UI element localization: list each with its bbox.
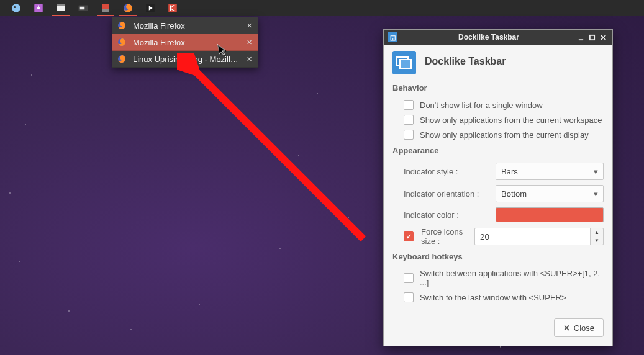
- taskbar-panel: [0, 0, 644, 16]
- close-icon[interactable]: ✕: [245, 55, 253, 63]
- label-indicator-orientation: Indicator orientation :: [404, 189, 488, 199]
- annotation-arrow: [177, 53, 376, 251]
- close-button[interactable]: ✕ Close: [554, 318, 604, 337]
- label-switch-super-num: Switch between applications with <SUPER>…: [420, 269, 604, 287]
- download-icon[interactable]: [27, 0, 50, 16]
- firefox-icon[interactable]: [117, 0, 139, 16]
- close-icon[interactable]: ✕: [245, 21, 253, 30]
- maximize-button[interactable]: [586, 32, 597, 42]
- checkbox-switch-super[interactable]: [404, 292, 414, 302]
- window-list-item[interactable]: Mozilla Firefox ✕: [112, 34, 258, 51]
- window-title: Docklike Taskbar: [402, 33, 575, 42]
- firefox-icon: [117, 54, 127, 64]
- minimize-button[interactable]: [575, 32, 586, 42]
- settings-dialog: ◱ Docklike Taskbar Docklike Taskbar Beha…: [383, 29, 613, 346]
- label-force-size: Force icons size :: [421, 227, 467, 246]
- close-label: Close: [574, 323, 594, 333]
- label-current-workspace: Show only applications from the current …: [420, 115, 602, 125]
- svg-rect-11: [168, 4, 177, 12]
- svg-rect-6: [80, 7, 85, 10]
- label-indicator-color: Indicator color :: [404, 210, 488, 220]
- chevron-down-icon: ▾: [594, 189, 598, 199]
- firefox-icon: [117, 37, 127, 47]
- spin-buttons[interactable]: ▲▼: [590, 228, 604, 245]
- svg-rect-8: [102, 9, 109, 12]
- combo-indicator-orientation[interactable]: Bottom ▾: [496, 185, 604, 202]
- label-indicator-style: Indicator style :: [404, 167, 488, 176]
- svg-point-1: [14, 6, 16, 8]
- close-icon: ✕: [563, 323, 570, 333]
- window-list-label: Mozilla Firefox: [133, 21, 238, 30]
- color-picker[interactable]: [496, 207, 604, 222]
- checkbox-current-workspace[interactable]: [404, 115, 414, 125]
- titlebar[interactable]: ◱ Docklike Taskbar: [384, 30, 612, 45]
- svg-rect-7: [102, 4, 109, 9]
- svg-rect-17: [589, 35, 594, 39]
- combo-value: Bars: [501, 167, 518, 176]
- input-icon-size[interactable]: [474, 228, 590, 245]
- combo-indicator-style[interactable]: Bars ▾: [496, 163, 604, 180]
- start-menu-icon[interactable]: [5, 0, 27, 16]
- combo-value: Bottom: [501, 189, 527, 199]
- media-player-icon[interactable]: [139, 0, 161, 16]
- svg-rect-4: [57, 4, 65, 6]
- label-switch-super: Switch to the last window with <SUPER>: [420, 293, 566, 302]
- section-hotkeys: Keyboard hotkeys: [392, 252, 604, 261]
- checkbox-switch-super-num[interactable]: [404, 273, 414, 283]
- window-list-item[interactable]: Mozilla Firefox ✕: [112, 17, 258, 34]
- section-appearance: Appearance: [392, 146, 604, 155]
- close-icon[interactable]: ✕: [245, 38, 253, 47]
- app-icon: ◱: [388, 32, 397, 42]
- svg-line-15: [192, 68, 363, 239]
- docklike-icon: [392, 51, 416, 74]
- close-button[interactable]: [597, 32, 609, 42]
- chevron-up-icon[interactable]: ▲: [591, 228, 603, 236]
- window-list-popup: Mozilla Firefox ✕ Mozilla Firefox ✕ Linu…: [112, 17, 258, 68]
- transmission-icon[interactable]: [94, 0, 117, 16]
- label-current-display: Show only applications from the current …: [420, 130, 589, 140]
- chevron-down-icon: ▾: [594, 167, 598, 176]
- svg-point-0: [12, 4, 20, 12]
- label-single-window: Don't show list for a single window: [420, 101, 543, 110]
- window-list-item[interactable]: Linux Uprising Blog - Mozilla Fi... ✕: [112, 51, 258, 68]
- section-behavior: Behavior: [392, 83, 604, 92]
- screenshot-icon[interactable]: [72, 0, 94, 16]
- file-manager-icon[interactable]: [50, 0, 72, 16]
- dialog-title: Docklike Taskbar: [425, 56, 604, 70]
- firefox-icon: [117, 20, 127, 30]
- checkbox-force-size[interactable]: [404, 231, 414, 241]
- kate-icon[interactable]: [161, 0, 184, 16]
- chevron-down-icon[interactable]: ▼: [591, 236, 603, 245]
- checkbox-current-display[interactable]: [404, 130, 414, 140]
- checkbox-single-window[interactable]: [404, 100, 414, 110]
